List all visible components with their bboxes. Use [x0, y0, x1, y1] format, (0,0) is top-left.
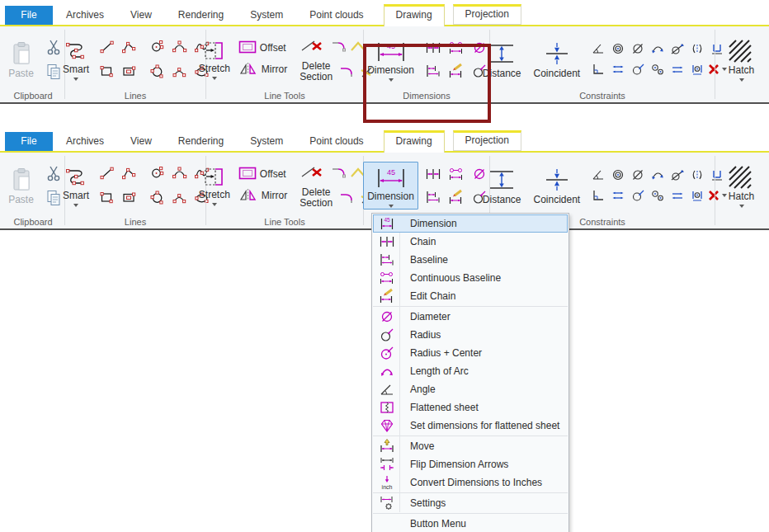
menu-item-radius-center[interactable]: Radius + Center [373, 344, 568, 362]
tab-projection[interactable]: Projection [453, 130, 521, 151]
fillet-2-icon[interactable] [339, 62, 356, 82]
tab-file[interactable]: File [5, 6, 53, 25]
menu-item-length-of-arc[interactable]: Length of Arc [373, 362, 568, 380]
circle-center-icon[interactable] [148, 163, 167, 183]
tab-archives[interactable]: Archives [53, 132, 117, 151]
delete-section-label[interactable]: Delete Section [295, 187, 337, 209]
arc-3-point-icon[interactable] [170, 37, 190, 57]
smart-button[interactable]: Smart [59, 36, 93, 82]
equal-constraint-icon[interactable] [608, 186, 628, 205]
menu-item-set-dimensions-for-flattened-sheet[interactable]: Set dimensions for flattened sheet [373, 417, 568, 435]
chain-icon[interactable] [423, 164, 443, 184]
diameter-constraint-icon[interactable] [628, 39, 648, 59]
tangent-constraint-icon[interactable] [668, 165, 687, 185]
right-angle-constraint-icon[interactable] [588, 186, 608, 205]
stretch-button[interactable]: Stretch [195, 162, 234, 208]
rectangle-2-icon[interactable] [120, 188, 139, 208]
circle-3-point-icon[interactable] [148, 62, 167, 82]
menu-item-diameter[interactable]: Diameter [373, 308, 568, 326]
arc-3-point-icon[interactable] [170, 163, 190, 183]
horizontal-constraint-icon[interactable] [668, 59, 687, 79]
tab-system[interactable]: System [237, 132, 296, 151]
tab-drawing[interactable]: Drawing [384, 4, 445, 26]
tab-file[interactable]: File [5, 132, 53, 151]
tab-view[interactable]: View [117, 6, 165, 25]
menu-item-chain[interactable]: Chain [373, 233, 568, 251]
angle-constraint-icon[interactable] [588, 165, 608, 185]
arc-length-constraint-icon[interactable] [648, 39, 668, 59]
chain-icon[interactable] [423, 38, 443, 58]
edit-chain-icon[interactable] [446, 187, 466, 207]
tab-projection[interactable]: Projection [453, 4, 521, 25]
arc-icon[interactable] [170, 62, 190, 82]
radius-constraint-icon[interactable] [628, 59, 648, 79]
baseline-icon[interactable] [423, 187, 443, 207]
menu-item-radius[interactable]: Radius [373, 326, 568, 344]
dimension-button[interactable]: 45 Dimension [363, 162, 418, 210]
menu-item-convert-dimensions-to-inches[interactable]: inchConvert Dimensions to Inches [373, 473, 568, 492]
hatch-button[interactable]: Hatch [724, 162, 760, 210]
edit-chain-icon[interactable] [446, 61, 466, 81]
rectangle-icon[interactable] [97, 62, 117, 82]
tab-archives[interactable]: Archives [53, 6, 117, 25]
menu-item-baseline[interactable]: Baseline [373, 251, 568, 269]
symmetric-constraint-icon[interactable] [687, 39, 707, 59]
baseline-icon[interactable] [423, 61, 443, 81]
tab-point-clouds[interactable]: Point clouds [296, 132, 376, 151]
menu-item-button-menu[interactable]: Button Menu [373, 515, 568, 532]
menu-item-angle[interactable]: Angle [373, 380, 568, 398]
rectangle-2-icon[interactable] [120, 62, 139, 82]
offset-button[interactable]: Offset [238, 167, 287, 182]
fix-constraint-icon[interactable] [687, 59, 707, 79]
equal-circles-constraint-icon[interactable] [648, 59, 668, 79]
paste-button[interactable]: Paste [3, 163, 40, 207]
polyline-icon[interactable] [120, 37, 139, 57]
smart-button[interactable]: Smart [59, 162, 93, 209]
menu-item-flip-dimension-arrows[interactable]: Flip Dimension Arrows [373, 455, 568, 473]
diameter-constraint-icon[interactable] [628, 165, 648, 185]
tab-system[interactable]: System [237, 6, 296, 25]
tangent-constraint-icon[interactable] [668, 39, 687, 59]
mirror-button[interactable]: Mirror [238, 61, 287, 78]
circle-center-icon[interactable] [148, 37, 167, 57]
menu-item-flattened-sheet[interactable]: Flattened sheet [373, 398, 568, 417]
radius-constraint-icon[interactable] [628, 186, 648, 205]
concentric-constraint-icon[interactable] [608, 165, 628, 185]
mirror-button[interactable]: Mirror [238, 187, 287, 205]
horizontal-constraint-icon[interactable] [668, 186, 687, 205]
fillet-2-icon[interactable] [339, 188, 356, 208]
line-icon[interactable] [97, 37, 117, 57]
distance-button[interactable]: Distance [479, 163, 526, 207]
equal-circles-constraint-icon[interactable] [648, 186, 668, 205]
fix-constraint-icon[interactable] [687, 186, 707, 205]
menu-item-dimension[interactable]: 45Dimension [373, 214, 568, 233]
concentric-constraint-icon[interactable] [608, 39, 628, 59]
fillet-icon[interactable] [331, 162, 347, 182]
delete-section-label[interactable]: Delete Section [295, 61, 337, 82]
paste-button[interactable]: Paste [3, 37, 40, 81]
tab-drawing[interactable]: Drawing [384, 130, 445, 153]
dimension-button[interactable]: 45 Dimension [363, 35, 418, 83]
continuous-baseline-icon[interactable] [446, 164, 466, 184]
menu-item-continuous-baseline[interactable]: Continuous Baseline [373, 269, 568, 287]
menu-item-move[interactable]: Move [373, 437, 568, 455]
tab-rendering[interactable]: Rendering [165, 6, 237, 25]
hatch-button[interactable]: Hatch [724, 35, 760, 83]
delete-section-icon[interactable] [295, 162, 328, 182]
arc-icon[interactable] [170, 188, 190, 208]
tab-view[interactable]: View [117, 132, 165, 151]
circle-3-point-icon[interactable] [148, 188, 167, 208]
symmetric-constraint-icon[interactable] [687, 165, 707, 185]
angle-constraint-icon[interactable] [588, 39, 608, 59]
line-icon[interactable] [97, 163, 117, 183]
equal-constraint-icon[interactable] [608, 59, 628, 79]
distance-button[interactable]: Distance [479, 37, 526, 81]
rectangle-icon[interactable] [97, 188, 117, 208]
coincident-button[interactable]: Coincident [530, 37, 585, 81]
menu-item-edit-chain[interactable]: Edit Chain [373, 287, 568, 305]
delete-section-icon[interactable] [295, 36, 328, 56]
continuous-baseline-icon[interactable] [446, 38, 466, 58]
tab-point-clouds[interactable]: Point clouds [296, 6, 376, 25]
arc-length-constraint-icon[interactable] [648, 165, 668, 185]
polyline-icon[interactable] [120, 163, 139, 183]
